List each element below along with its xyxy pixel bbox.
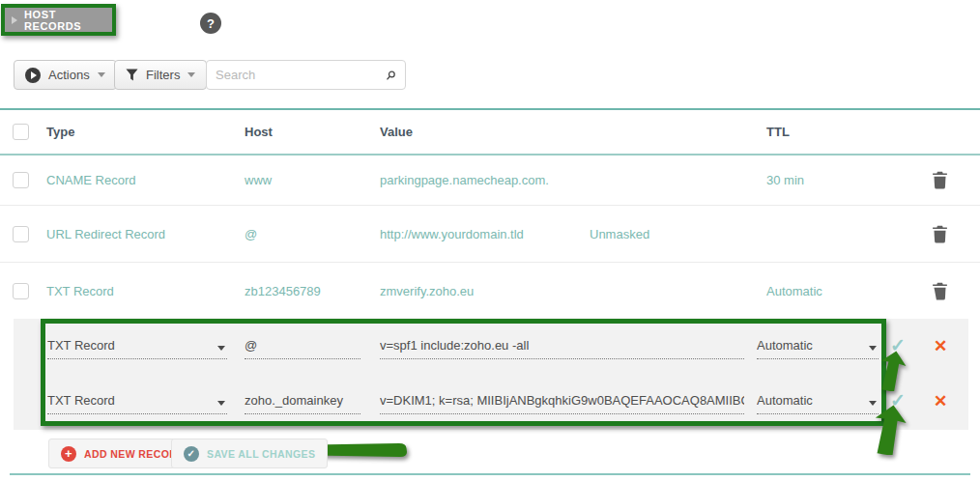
type-select[interactable]: TXT Record bbox=[47, 393, 227, 414]
record-type: CNAME Record bbox=[46, 173, 245, 187]
record-ttl: Automatic bbox=[766, 284, 928, 298]
record-type: TXT Record bbox=[46, 284, 245, 298]
annotation-arrow-icon bbox=[871, 405, 908, 455]
plus-icon: + bbox=[61, 446, 76, 462]
trash-icon bbox=[932, 225, 948, 243]
chevron-down-icon bbox=[98, 72, 105, 77]
host-input[interactable]: zoho._domainkey bbox=[245, 393, 360, 414]
add-new-record-label: ADD NEW RECORD bbox=[84, 448, 185, 460]
delete-record-button[interactable] bbox=[928, 171, 948, 189]
check-circle-icon: ✓ bbox=[184, 446, 199, 462]
type-select[interactable]: TXT Record bbox=[47, 338, 227, 359]
chevron-down-icon bbox=[217, 401, 225, 406]
delete-record-button[interactable] bbox=[928, 225, 948, 243]
record-value: http://www.yourdomain.tld bbox=[380, 227, 590, 241]
actions-button[interactable]: Actions bbox=[14, 60, 117, 90]
value-input[interactable]: v=DKIM1; k=rsa; MIIBIjANBgkqhkiG9w0BAQEF… bbox=[380, 393, 744, 414]
col-header-host: Host bbox=[245, 125, 380, 139]
trash-icon bbox=[932, 282, 948, 300]
value-input[interactable]: v=spf1 include:zoho.eu -all bbox=[380, 338, 744, 359]
row-checkbox[interactable] bbox=[13, 226, 29, 242]
row-checkbox[interactable] bbox=[13, 172, 29, 188]
chevron-down-icon bbox=[187, 72, 195, 77]
col-header-value: Value bbox=[380, 125, 590, 139]
cancel-x-icon[interactable]: ✕ bbox=[934, 393, 947, 410]
col-header-ttl: TTL bbox=[766, 125, 928, 139]
actions-button-label: Actions bbox=[48, 68, 90, 82]
table-row: TXT Record zb123456789 zmverify.zoho.eu … bbox=[0, 263, 980, 319]
col-header-type: Type bbox=[46, 125, 245, 139]
record-value: parkingpage.namecheap.com. bbox=[380, 173, 590, 187]
ttl-select[interactable]: Automatic bbox=[757, 393, 879, 414]
table-row: URL Redirect Record @ http://www.yourdom… bbox=[0, 206, 980, 263]
search-icon[interactable] bbox=[386, 67, 396, 84]
filters-button[interactable]: Filters bbox=[114, 60, 207, 90]
table-header-row: Type Host Value TTL bbox=[0, 108, 980, 156]
ttl-select[interactable]: Automatic bbox=[757, 338, 879, 359]
annotation-arrow-icon bbox=[876, 351, 908, 391]
bottom-divider bbox=[10, 473, 970, 475]
search-input[interactable] bbox=[216, 68, 386, 82]
save-all-changes-label: SAVE ALL CHANGES bbox=[207, 448, 315, 460]
help-icon[interactable]: ? bbox=[200, 13, 221, 34]
chevron-down-icon bbox=[217, 346, 225, 351]
search-box bbox=[206, 60, 406, 90]
select-all-checkbox[interactable] bbox=[13, 124, 29, 140]
record-ttl: 30 min bbox=[766, 173, 928, 187]
collapse-caret-icon bbox=[12, 16, 17, 24]
filters-button-label: Filters bbox=[146, 68, 180, 82]
actions-play-icon bbox=[25, 68, 41, 83]
trash-icon bbox=[932, 171, 948, 189]
cancel-x-icon[interactable]: ✕ bbox=[934, 338, 947, 354]
annotation-box-new-records: TXT Record @ v=spf1 include:zoho.eu -all… bbox=[41, 319, 886, 426]
host-records-tab[interactable]: HOST RECORDS bbox=[5, 8, 112, 32]
host-records-tab-label: HOST RECORDS bbox=[24, 9, 102, 32]
record-host: zb123456789 bbox=[245, 284, 380, 298]
row-checkbox[interactable] bbox=[13, 283, 29, 299]
annotation-box-host-records: HOST RECORDS bbox=[1, 4, 116, 36]
record-value: zmverify.zoho.eu bbox=[380, 284, 590, 298]
host-records-page: HOST RECORDS ? Actions Filters Type Host… bbox=[0, 0, 980, 481]
filter-funnel-icon bbox=[126, 69, 138, 81]
record-host: @ bbox=[245, 227, 380, 241]
table-row: CNAME Record www parkingpage.namecheap.c… bbox=[0, 156, 980, 206]
record-host: www bbox=[245, 173, 380, 187]
host-input[interactable]: @ bbox=[245, 338, 360, 359]
record-type: URL Redirect Record bbox=[46, 227, 245, 241]
save-all-changes-button[interactable]: ✓ SAVE ALL CHANGES bbox=[171, 439, 328, 468]
delete-record-button[interactable] bbox=[928, 282, 948, 300]
record-extra: Unmasked bbox=[590, 227, 766, 241]
